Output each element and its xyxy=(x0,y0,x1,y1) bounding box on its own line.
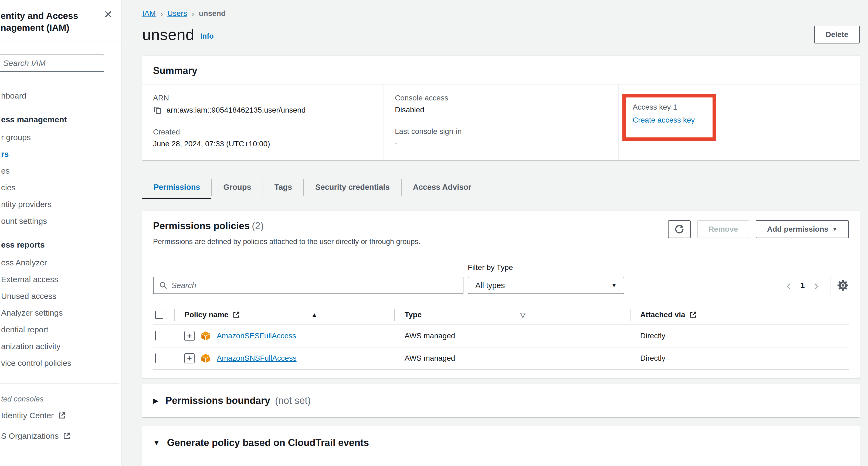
chevron-down-icon: ▼ xyxy=(832,226,837,232)
type-filter-value: All types xyxy=(475,281,505,290)
sidebar-item-roles[interactable]: es xyxy=(0,162,121,179)
sidebar-item-label: Identity Center xyxy=(1,411,54,420)
pagination: ‹ 1 › xyxy=(782,277,849,294)
search-icon xyxy=(159,281,167,290)
column-header-policy-name[interactable]: Policy name ▲ xyxy=(175,305,395,324)
permissions-policies-title: Permissions policies xyxy=(153,220,250,231)
last-signin-label: Last console sign-in xyxy=(395,127,618,136)
sidebar-item-iam-identity-center[interactable]: Identity Center xyxy=(0,407,121,424)
sidebar-item-unused-access[interactable]: Unused access xyxy=(0,288,121,305)
pager-divider xyxy=(830,276,831,295)
type-filter-select[interactable]: All types ▼ xyxy=(468,277,624,294)
next-page-button[interactable]: › xyxy=(809,278,824,292)
sidebar-section-access-management: ess management xyxy=(0,111,121,128)
policy-name-header-label: Policy name xyxy=(184,310,228,319)
policy-link[interactable]: AmazonSNSFullAccess xyxy=(217,354,297,363)
policy-search-input[interactable] xyxy=(172,281,458,290)
arn-label: ARN xyxy=(153,94,383,102)
attached-via-cell: Directly xyxy=(630,354,849,363)
sidebar-item-dashboard[interactable]: hboard xyxy=(0,88,121,104)
delete-button[interactable]: Delete xyxy=(814,26,860,43)
close-icon[interactable]: × xyxy=(104,7,112,21)
breadcrumb-link-iam[interactable]: IAM xyxy=(142,9,156,18)
created-value: June 28, 2024, 07:33 (UTC+10:00) xyxy=(153,139,383,148)
chevron-right-icon: ▶ xyxy=(153,397,158,405)
sidebar-related-consoles-header: ted consoles xyxy=(0,395,121,403)
tab-permissions[interactable]: Permissions xyxy=(142,176,211,199)
policy-type-cell: AWS managed xyxy=(395,332,630,340)
console-access-label: Console access xyxy=(395,94,618,102)
create-access-key-link[interactable]: Create access key xyxy=(633,116,695,124)
refresh-icon xyxy=(674,224,685,235)
permissions-boundary-section[interactable]: ▶ Permissions boundary (not set) xyxy=(142,384,860,417)
tab-security-credentials[interactable]: Security credentials xyxy=(304,176,401,199)
breadcrumb-separator-icon: › xyxy=(160,10,163,17)
tab-tags[interactable]: Tags xyxy=(263,176,304,199)
tab-access-advisor[interactable]: Access Advisor xyxy=(402,176,483,199)
console-access-value: Disabled xyxy=(395,105,618,114)
expand-row-button[interactable]: + xyxy=(184,353,195,364)
summary-title: Summary xyxy=(153,65,849,76)
sidebar-item-service-control-policies[interactable]: vice control policies xyxy=(0,355,121,372)
info-link[interactable]: Info xyxy=(200,32,214,40)
sidebar: entity and Access nagement (IAM) × hboar… xyxy=(0,0,122,466)
sort-filter-icon[interactable]: ▽ xyxy=(520,311,531,319)
sidebar-item-external-access[interactable]: External access xyxy=(0,271,121,288)
access-key-label: Access key 1 xyxy=(633,103,707,112)
sidebar-item-access-analyzer[interactable]: ess Analyzer xyxy=(0,254,121,271)
external-link-icon xyxy=(62,432,71,440)
policy-search-box[interactable] xyxy=(153,277,463,294)
select-all-checkbox[interactable] xyxy=(155,311,163,319)
sidebar-item-account-settings[interactable]: ount settings xyxy=(0,213,121,229)
sidebar-item-user-groups[interactable]: r groups xyxy=(0,129,121,146)
refresh-button[interactable] xyxy=(668,220,691,238)
sidebar-item-analyzer-settings[interactable]: Analyzer settings xyxy=(0,305,121,321)
managed-policy-icon xyxy=(200,331,211,341)
remove-button[interactable]: Remove xyxy=(697,220,749,238)
sidebar-nav: hboard ess management r groups rs es cie… xyxy=(0,74,121,372)
copy-icon[interactable] xyxy=(153,105,162,115)
managed-policy-icon xyxy=(200,353,211,364)
column-header-attached-via[interactable]: Attached via xyxy=(630,305,849,324)
table-row: + AmazonSESFullAccess AWS managed Direct… xyxy=(153,325,849,347)
sidebar-item-credential-report[interactable]: dential report xyxy=(0,321,121,338)
sidebar-item-users[interactable]: rs xyxy=(0,146,121,162)
sidebar-item-aws-organizations[interactable]: S Organizations xyxy=(0,428,121,444)
type-header-label: Type xyxy=(405,310,422,319)
external-link-icon xyxy=(689,311,697,319)
sidebar-title-line2: nagement (IAM) xyxy=(1,22,121,33)
sort-ascending-icon[interactable]: ▲ xyxy=(311,311,323,318)
summary-card: Summary ARN arn:aws:iam::905418462135:us… xyxy=(142,55,860,160)
current-page-number[interactable]: 1 xyxy=(796,281,809,290)
sidebar-search xyxy=(0,42,121,74)
permissions-boundary-status: (not set) xyxy=(275,395,311,406)
row-checkbox[interactable] xyxy=(155,331,156,340)
chevron-down-icon: ▼ xyxy=(611,283,617,288)
breadcrumb-link-users[interactable]: Users xyxy=(167,9,187,18)
previous-page-button[interactable]: ‹ xyxy=(782,278,796,292)
filter-by-type-label: Filter by Type xyxy=(468,263,624,272)
policies-table: Policy name ▲ Type ▽ Attached via xyxy=(153,305,849,370)
sidebar-item-policies[interactable]: cies xyxy=(0,179,121,196)
row-checkbox[interactable] xyxy=(155,353,156,363)
add-permissions-label: Add permissions xyxy=(767,225,828,234)
sidebar-item-organization-activity[interactable]: anization activity xyxy=(0,338,121,355)
gear-icon[interactable] xyxy=(837,279,849,291)
column-header-type[interactable]: Type ▽ xyxy=(395,305,630,324)
sidebar-item-identity-providers[interactable]: ntity providers xyxy=(0,196,121,213)
chevron-down-icon: ▼ xyxy=(153,439,160,447)
search-iam-input[interactable] xyxy=(0,55,104,72)
generate-policy-title: Generate policy based on CloudTrail even… xyxy=(167,437,369,448)
attached-via-cell: Directly xyxy=(630,332,849,340)
expand-row-button[interactable]: + xyxy=(184,331,195,341)
permissions-policies-card: Permissions policies (2) Permissions are… xyxy=(142,211,860,378)
table-bottom-border xyxy=(153,369,849,370)
sidebar-title-line1: entity and Access xyxy=(1,10,121,22)
generate-policy-section[interactable]: ▼ Generate policy based on CloudTrail ev… xyxy=(142,426,860,466)
policy-link[interactable]: AmazonSESFullAccess xyxy=(217,332,296,340)
permissions-boundary-title: Permissions boundary xyxy=(165,395,270,406)
permissions-policies-description: Permissions are defined by policies atta… xyxy=(153,238,421,246)
add-permissions-button[interactable]: Add permissions ▼ xyxy=(756,220,849,238)
sidebar-section-access-reports: ess reports xyxy=(0,237,121,253)
tab-groups[interactable]: Groups xyxy=(212,176,262,199)
